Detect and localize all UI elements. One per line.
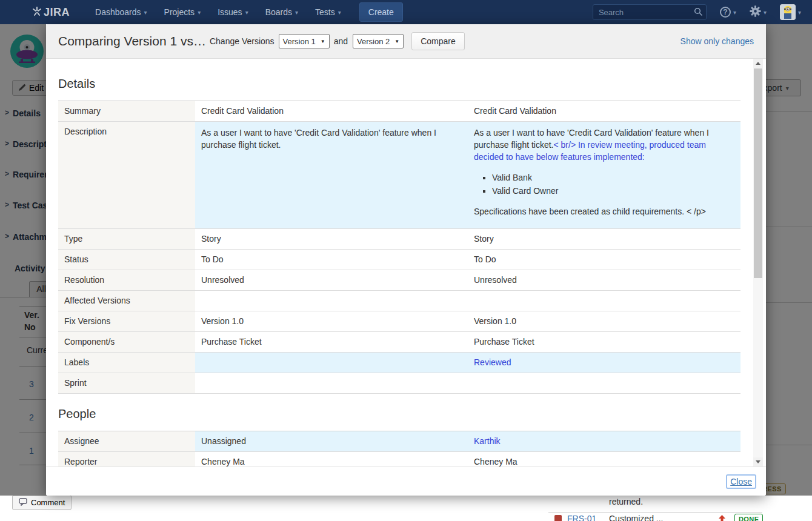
table-row-resolution: Resolution Unresolved Unresolved [58, 270, 740, 291]
nav-item-tests[interactable]: Tests▾ [315, 7, 341, 17]
row-label: Description [58, 122, 195, 228]
table-row-summary: Summary Credit Card Validation Credit Ca… [58, 101, 740, 122]
row-label: Reporter [58, 452, 195, 466]
divider [548, 512, 762, 513]
people-section-heading: People [58, 407, 766, 421]
table-row-fix-versions: Fix Versions Version 1.0 Version 1.0 [58, 311, 740, 332]
table-row-components: Component/s Purchase Ticket Purchase Tic… [58, 332, 740, 353]
gear-icon [750, 5, 761, 19]
row-label: Affected Versions [58, 291, 195, 311]
jira-logo[interactable]: JIRA [32, 6, 70, 19]
search-icon [694, 7, 703, 18]
nav-item-issues[interactable]: Issues▾ [218, 7, 248, 17]
user-avatar [780, 4, 796, 20]
modal-scrollbar[interactable] [753, 59, 763, 466]
row-value-right: To Do [468, 250, 740, 270]
row-value-right: Version 1.0 [468, 311, 740, 331]
chevron-down-icon: ▾ [733, 9, 736, 16]
row-value-right: Reviewed [468, 353, 740, 373]
search-input[interactable] [593, 4, 707, 20]
chevron-down-icon: ▾ [764, 9, 767, 16]
background-text-returned: returned. [609, 497, 643, 506]
label-reviewed-link[interactable]: Reviewed [474, 357, 511, 367]
row-label: Labels [58, 353, 195, 373]
row-label: Fix Versions [58, 311, 195, 331]
table-row-sprint: Sprint [58, 373, 740, 394]
nav-item-dashboards[interactable]: Dashboards▾ [95, 7, 147, 17]
details-compare-table: Summary Credit Card Validation Credit Ca… [58, 101, 740, 394]
jira-logo-star-icon [32, 6, 42, 19]
select-arrow-icon: ▼ [394, 39, 399, 44]
row-value-right: Cheney Ma [468, 452, 740, 466]
status-badge-done: DONE [734, 514, 763, 521]
chevron-down-icon: ▾ [245, 9, 248, 16]
table-row-labels: Labels Reviewed [58, 353, 740, 373]
row-value-left [195, 291, 468, 311]
close-link[interactable]: Close [726, 474, 756, 489]
version-2-select[interactable]: Version 2 ▼ [353, 34, 404, 48]
table-row-assignee: Assignee Unassigned Karthik [58, 431, 740, 452]
issue-type-icon [554, 515, 562, 521]
create-button[interactable]: Create [359, 2, 403, 22]
comment-bubble-icon [19, 498, 27, 508]
row-value-left: Story [195, 229, 468, 249]
chevron-down-icon: ▾ [198, 9, 201, 16]
dialog-footer: Close [46, 466, 766, 496]
row-label: Resolution [58, 270, 195, 290]
user-menu-button[interactable]: ▾ [780, 4, 801, 20]
table-row-affected-versions: Affected Versions [58, 291, 740, 311]
issue-key-link[interactable]: FRS-01 [567, 514, 596, 521]
row-value-left: Version 1.0 [195, 311, 468, 331]
select-arrow-icon: ▼ [321, 39, 325, 44]
scrollbar-down-arrow[interactable] [753, 457, 763, 466]
chevron-down-icon: ▾ [144, 9, 147, 16]
help-menu-button[interactable]: ? ▾ [720, 7, 736, 18]
row-value-left [195, 373, 468, 393]
chevron-down-icon: ▾ [295, 9, 298, 16]
dialog-title: Comparing Version 1 vs… [58, 34, 206, 48]
and-label: and [334, 36, 348, 46]
row-value-left: As a user I want to have 'Credit Card Va… [195, 122, 468, 228]
row-label: Assignee [58, 431, 195, 451]
table-row-reporter: Reporter Cheney Ma Cheney Ma [58, 452, 740, 466]
bullet-item: Valid Card Owner [492, 185, 734, 197]
version-1-select[interactable]: Version 1 ▼ [279, 34, 330, 48]
issue-summary[interactable]: Customized ... [609, 514, 663, 521]
row-value-left: Purchase Ticket [195, 332, 468, 352]
dialog-header: Comparing Version 1 vs… Change Versions … [46, 24, 766, 59]
row-value-left: To Do [195, 250, 468, 270]
table-row-type: Type Story Story [58, 229, 740, 250]
assignee-user-link[interactable]: Karthik [474, 436, 501, 446]
compare-button[interactable]: Compare [411, 32, 465, 50]
row-value-right [468, 291, 740, 311]
compare-versions-dialog: Comparing Version 1 vs… Change Versions … [46, 24, 766, 496]
dialog-body: Details Summary Credit Card Validation C… [46, 59, 766, 466]
priority-up-arrow-icon [719, 514, 725, 521]
change-versions-label: Change Versions [210, 36, 275, 46]
row-value-left: Unassigned [195, 431, 468, 451]
chevron-down-icon: ▾ [338, 9, 341, 16]
row-value-right: Credit Card Validation [468, 101, 740, 121]
settings-menu-button[interactable]: ▾ [750, 5, 767, 19]
scrollbar-thumb[interactable] [754, 68, 762, 278]
row-label: Sprint [58, 373, 195, 393]
row-value-left: Unresolved [195, 270, 468, 290]
comment-button[interactable]: Comment [12, 495, 72, 510]
row-value-right: Karthik [468, 431, 740, 451]
nav-item-projects[interactable]: Projects▾ [164, 7, 201, 17]
table-row-status: Status To Do To Do [58, 250, 740, 270]
row-label: Summary [58, 101, 195, 121]
show-only-changes-link[interactable]: Show only changes [681, 36, 754, 46]
row-value-right [468, 373, 740, 393]
people-compare-table: Assignee Unassigned Karthik Reporter Che… [58, 431, 740, 466]
row-label: Type [58, 229, 195, 249]
scrollbar-up-arrow[interactable] [753, 59, 763, 68]
row-label: Status [58, 250, 195, 270]
row-value-right: Unresolved [468, 270, 740, 290]
nav-item-boards[interactable]: Boards▾ [265, 7, 298, 17]
table-row-description: Description As a user I want to have 'Cr… [58, 122, 740, 229]
row-value-right: As a user I want to have 'Credit Card Va… [468, 122, 740, 228]
details-section-heading: Details [58, 77, 766, 91]
row-value-right: Purchase Ticket [468, 332, 740, 352]
search-box [593, 4, 707, 20]
